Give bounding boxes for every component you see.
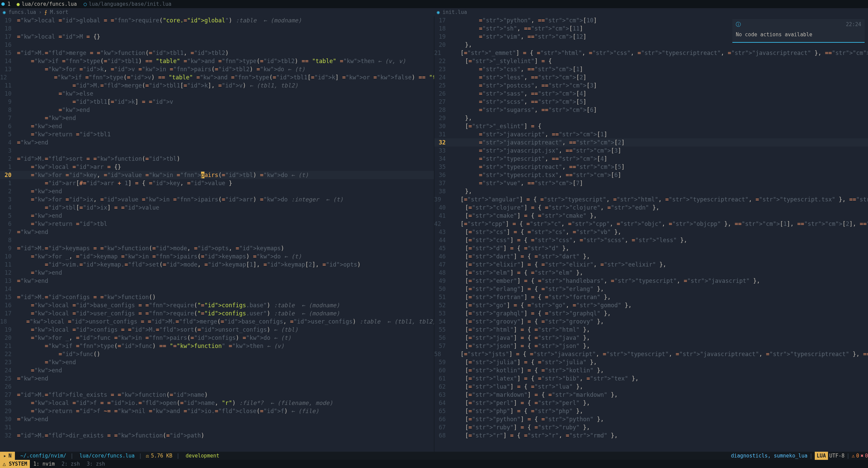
code-line[interactable]: 66 [="str">"python"] = { ="str">"python"…: [434, 415, 868, 423]
code-line[interactable]: 54 [="str">"groovy"] = { ="str">"groovy"…: [434, 317, 868, 326]
code-line[interactable]: 16: [0, 41, 434, 49]
code-line[interactable]: 14 ="kw">if ="fnn">type(="id">tbl1) == "…: [0, 57, 434, 65]
code-line[interactable]: 64 [="str">"perl"] = { ="str">"perl" },: [434, 399, 868, 407]
code-line[interactable]: 53 [="str">"graphql"] = { ="str">"graphq…: [434, 309, 868, 317]
code-line[interactable]: 35 ="str">"typescriptreact", =="str">"cm…: [434, 163, 868, 171]
code-line[interactable]: 15="id">M.="fld">merge = ="kw">function(…: [0, 49, 434, 57]
code-line[interactable]: 20 ="kw">for ="id">key, ="id">value ="kw…: [0, 171, 434, 179]
code-line[interactable]: 59 [="str">"julia"] = { ="str">"julia" }…: [434, 358, 868, 366]
code-line[interactable]: 47 [="str">"elixir"] = { ="str">"elixir"…: [434, 260, 868, 269]
code-line[interactable]: 55 [="str">"html"] = { ="str">"html" },: [434, 326, 868, 334]
code-line[interactable]: 27="id">M.="fld">file_exists = ="kw">fun…: [0, 391, 434, 399]
code-line[interactable]: 3 ="kw">for ="id">ix, ="id">value ="kw">…: [0, 195, 434, 203]
code-line[interactable]: 10 ="kw">for _, ="id">keymap ="kw">in ="…: [0, 252, 434, 260]
code-line[interactable]: 26: [0, 383, 434, 391]
code-line[interactable]: 17="kw">local ="id">M = {}: [0, 33, 434, 41]
code-line[interactable]: 2 ="kw">end: [0, 187, 434, 195]
code-line[interactable]: 8: [0, 236, 434, 244]
code-line[interactable]: 31 ="str">"javascript", =="str">"cm">[1]: [434, 130, 868, 138]
code-line[interactable]: 11 ="id">vim.="id">keymap.="fld">set(="i…: [0, 260, 434, 269]
code-line[interactable]: 38 },: [434, 187, 868, 195]
code-line[interactable]: 39 [="str">"angular"] = { ="str">"typesc…: [434, 195, 868, 203]
code-line[interactable]: 5 ="kw">return ="id">tbl1: [0, 130, 434, 138]
editor-pane-left[interactable]: 19="kw">local ="id">global = ="fnn">requ…: [0, 16, 434, 452]
tmux-session[interactable]: △ SYSTEM: [0, 460, 30, 468]
code-line[interactable]: 29 ="kw">return ="id">f ~= ="kw">nil ="k…: [0, 407, 434, 415]
code-line[interactable]: 3: [0, 147, 434, 155]
code-line[interactable]: 25 ="str">"postcss", =="str">"cm">[3]: [434, 81, 868, 90]
code-line[interactable]: 24 ="str">"less", =="str">"cm">[2]: [434, 73, 868, 81]
editor-pane-right[interactable]: ⓘ 22:24 No code actions available 17 ="s…: [434, 16, 868, 452]
code-line[interactable]: 8 ="kw">end: [0, 106, 434, 114]
code-line[interactable]: 45 [="str">"d"] = { ="str">"d" },: [434, 244, 868, 252]
code-line[interactable]: 32 ="str">"javascriptreact", =="str">"cm…: [434, 138, 868, 147]
code-line[interactable]: 56 [="str">"java"] = { ="str">"java" },: [434, 334, 868, 342]
code-line[interactable]: 68 [="str">"r"] = { ="str">"r", ="str">"…: [434, 431, 868, 440]
code-line[interactable]: 1 ="kw">local ="id">arr = {}: [0, 163, 434, 171]
code-line[interactable]: 51 [="str">"fortran"] = { ="str">"fortra…: [434, 293, 868, 301]
code-line[interactable]: 17 ="kw">local ="id">user_configs = ="fn…: [0, 309, 434, 317]
code-line[interactable]: 34 ="str">"typescript", =="str">"cm">[4]: [434, 155, 868, 163]
code-line[interactable]: 50 [="str">"erlang"] = { ="str">"erlang"…: [434, 285, 868, 293]
code-line[interactable]: 18 ="kw">local ="id">unsort_configs = ="…: [0, 317, 434, 326]
code-line[interactable]: 2="id">M.="fld">sort = ="kw">function(="…: [0, 155, 434, 163]
code-line[interactable]: 42 [="str">"cpp"] = { ="str">"c", ="str"…: [434, 220, 868, 228]
code-line[interactable]: 24 ="kw">end: [0, 366, 434, 374]
code-line[interactable]: 4 ="id">tbl[="id">ix] = ="id">value: [0, 203, 434, 212]
code-line[interactable]: 7="kw">end: [0, 228, 434, 236]
code-line[interactable]: 49 [="str">"ember"] = { ="str">"handleba…: [434, 277, 868, 285]
code-line[interactable]: 40 [="str">"clojure"] = { ="str">"clojur…: [434, 203, 868, 212]
code-line[interactable]: 15="id">M.="id">configs = ="kw">function…: [0, 293, 434, 301]
code-line[interactable]: 36 ="str">"typescript.tsx", =="str">"cm"…: [434, 171, 868, 179]
code-line[interactable]: 1 ="id">arr[#="id">arr + 1] = { ="id">ke…: [0, 179, 434, 187]
code-line[interactable]: 14: [0, 285, 434, 293]
code-line[interactable]: 23 ="kw">end: [0, 358, 434, 366]
code-line[interactable]: 41 [="str">"cmake"] = { ="str">"cmake" }…: [434, 212, 868, 220]
code-line[interactable]: 16 ="kw">local ="id">base_configs = ="fn…: [0, 301, 434, 309]
code-line[interactable]: 61 [="str">"latex"] = { ="str">"bib", ="…: [434, 374, 868, 383]
code-line[interactable]: 33 ="str">"javascript.jsx", =="str">"cm"…: [434, 147, 868, 155]
code-line[interactable]: 18: [0, 24, 434, 33]
code-line[interactable]: 21 [="str">"_emmet"] = { ="str">"html", …: [434, 49, 868, 57]
code-line[interactable]: 52 [="str">"go"] = { ="str">"go", ="str"…: [434, 301, 868, 309]
code-line[interactable]: 19 ="kw">local ="id">configs = ="id">M.=…: [0, 326, 434, 334]
code-line[interactable]: 58 [="str">"jsts"] = { ="str">"javascrip…: [434, 350, 868, 358]
code-line[interactable]: 43 [="str">"cs"] = { ="str">"cs", ="str"…: [434, 228, 868, 236]
code-line[interactable]: 30 [="str">"_eslint"] = {: [434, 122, 868, 130]
code-line[interactable]: 63 [="str">"markdown"] = { ="str">"markd…: [434, 391, 868, 399]
code-line[interactable]: 10 ="kw">else: [0, 90, 434, 98]
code-line[interactable]: 13 ="kw">for ="id">k, ="id">v ="kw">in =…: [0, 65, 434, 73]
code-line[interactable]: 11 ="id">M.="fld">merge(="id">tbl1[="id"…: [0, 81, 434, 90]
buffer-tab-funcs[interactable]: ● lua/core/funcs.lua: [13, 0, 80, 8]
code-line[interactable]: 12 ="kw">if ="fnn">type(="id">v) == "tab…: [0, 73, 434, 81]
code-line[interactable]: 28 ="kw">local ="id">f = ="id">io.="fld"…: [0, 399, 434, 407]
tmux-window[interactable]: 1: nvim: [30, 461, 58, 467]
code-line[interactable]: 62 [="str">"lua"] = { ="str">"lua" },: [434, 383, 868, 391]
code-line[interactable]: 29 },: [434, 114, 868, 122]
code-line[interactable]: 20 ="kw">for _, ="id">func ="kw">in ="fn…: [0, 334, 434, 342]
code-line[interactable]: 25="kw">end: [0, 374, 434, 383]
code-line[interactable]: 46 [="str">"dart"] = { ="str">"dart" },: [434, 252, 868, 260]
code-line[interactable]: 48 [="str">"elm"] = { ="str">"elm" },: [434, 269, 868, 277]
code-line[interactable]: 23 ="str">"css", =="str">"cm">[1]: [434, 65, 868, 73]
code-line[interactable]: 13="kw">end: [0, 277, 434, 285]
buffer-tab-init[interactable]: ◯ lua/languages/base/init.lua: [80, 0, 175, 8]
code-line[interactable]: 26 ="str">"sass", =="str">"cm">[4]: [434, 90, 868, 98]
code-line[interactable]: 12 ="kw">end: [0, 269, 434, 277]
code-line[interactable]: 6 ="kw">end: [0, 122, 434, 130]
tmux-window[interactable]: 2: zsh: [58, 461, 83, 467]
code-line[interactable]: 65 [="str">"php"] = { ="str">"php" },: [434, 407, 868, 415]
code-line[interactable]: 4="kw">end: [0, 138, 434, 147]
code-line[interactable]: 44 [="str">"css"] = { ="str">"css", ="st…: [434, 236, 868, 244]
code-line[interactable]: 27 ="str">"scss", =="str">"cm">[5]: [434, 98, 868, 106]
code-line[interactable]: 19="kw">local ="id">global = ="fnn">requ…: [0, 16, 434, 24]
code-line[interactable]: 28 ="str">"sugarss", =="str">"cm">[6]: [434, 106, 868, 114]
code-line[interactable]: 32="id">M.="fld">dir_exists = ="kw">func…: [0, 431, 434, 440]
code-line[interactable]: 21 ="kw">if ="fnn">type(="id">func) == "…: [0, 342, 434, 350]
code-line[interactable]: 22 [="str">"_stylelint"] = {: [434, 57, 868, 65]
code-line[interactable]: 37 ="str">"vue", =="str">"cm">[7]: [434, 179, 868, 187]
code-line[interactable]: 67 [="str">"ruby"] = { ="str">"ruby" },: [434, 423, 868, 431]
code-line[interactable]: 6 ="kw">return ="id">tbl: [0, 220, 434, 228]
code-line[interactable]: 5 ="kw">end: [0, 212, 434, 220]
code-line[interactable]: 9="id">M.="id">keymaps = ="kw">function(…: [0, 244, 434, 252]
